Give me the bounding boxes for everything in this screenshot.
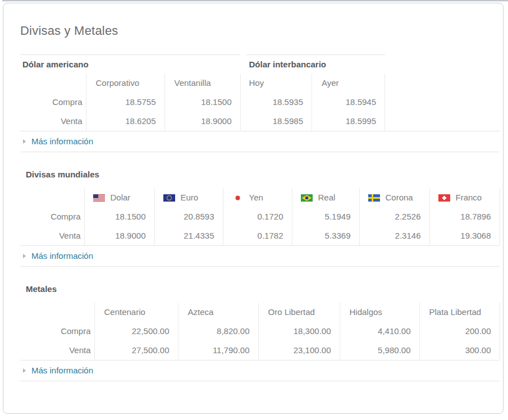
rate-cell: 18.9000 bbox=[164, 112, 240, 131]
arrow-right-icon bbox=[23, 254, 26, 258]
top-divider-bar bbox=[2, 0, 508, 2]
rate-cell: 200.00 bbox=[419, 322, 500, 341]
header-spacer-cell bbox=[20, 188, 84, 207]
column-header-real: Real bbox=[292, 188, 359, 207]
divisas-mundiales-title: Divisas mundiales bbox=[20, 152, 500, 188]
header-spacer-cell bbox=[20, 303, 94, 322]
dolar-section: Dólar americano Corporativo Ventanilla C… bbox=[20, 54, 500, 131]
column-header-centenario: Centenario bbox=[94, 303, 178, 322]
column-header-dolar: Dolar bbox=[84, 188, 154, 207]
rate-cell: 2.3146 bbox=[359, 226, 429, 245]
se-flag-icon bbox=[368, 194, 380, 202]
row-label-venta: Venta bbox=[20, 341, 94, 360]
ch-flag-icon bbox=[438, 194, 450, 202]
compra-row: 18.5935 18.5945 bbox=[246, 93, 385, 112]
column-header-label: Corona bbox=[386, 193, 413, 202]
row-label-compra: Compra bbox=[20, 207, 84, 226]
row-label-compra: Compra bbox=[20, 93, 86, 112]
column-header-ayer: Ayer bbox=[312, 74, 385, 93]
compra-row: Compra 18.1500 20.8593 0.1720 5.1949 2.2… bbox=[20, 207, 500, 226]
compra-row: Compra 22,500.00 8,820.00 18,300.00 4,41… bbox=[20, 322, 500, 341]
rate-cell: 22,500.00 bbox=[94, 322, 178, 341]
metales-table: Metales Centenario Azteca Oro Libertad H… bbox=[20, 267, 500, 360]
compra-row: Compra 18.5755 18.1500 bbox=[20, 93, 240, 112]
row-label-venta: Venta bbox=[20, 112, 86, 131]
venta-row: Venta 27,500.00 11,790.00 23,100.00 5,98… bbox=[20, 341, 500, 360]
column-header-plata-libertad: Plata Libertad bbox=[419, 303, 500, 322]
column-header-euro: Euro bbox=[154, 188, 223, 207]
rate-cell: 18.5995 bbox=[312, 112, 385, 131]
rate-cell: 8,820.00 bbox=[178, 322, 258, 341]
mas-informacion-label: Más información bbox=[31, 366, 93, 375]
arrow-right-icon bbox=[23, 139, 26, 144]
dolar-americano-title: Dólar americano bbox=[20, 55, 240, 74]
column-header-oro-libertad: Oro Libertad bbox=[258, 303, 340, 322]
rate-cell: 18.5945 bbox=[312, 93, 385, 112]
rate-cell: 18,300.00 bbox=[258, 322, 340, 341]
rate-cell: 18.1500 bbox=[164, 93, 240, 112]
column-header-label: Franco bbox=[456, 193, 482, 202]
rate-cell: 23,100.00 bbox=[258, 341, 340, 360]
row-label-venta: Venta bbox=[20, 226, 84, 245]
column-header-franco: Franco bbox=[429, 188, 500, 207]
rate-cell: 18.5935 bbox=[246, 93, 312, 112]
mas-informacion-link-divisas[interactable]: Más información bbox=[20, 245, 500, 267]
rate-cell: 20.8593 bbox=[154, 207, 223, 226]
table-header-row: Dolar Euro Yen Real Corona Franco bbox=[20, 188, 500, 207]
column-header-yen: Yen bbox=[223, 188, 292, 207]
rate-cell: 0.1782 bbox=[223, 226, 292, 245]
column-header-label: Dolar bbox=[111, 193, 131, 202]
rate-cell: 5.3369 bbox=[292, 226, 359, 245]
eu-flag-icon bbox=[163, 194, 175, 202]
mas-informacion-link-dolar[interactable]: Más información bbox=[20, 131, 500, 152]
table-header-row: Hoy Ayer bbox=[246, 74, 385, 93]
header-spacer-cell bbox=[20, 74, 86, 93]
br-flag-icon bbox=[301, 194, 313, 202]
column-header-label: Real bbox=[318, 193, 336, 202]
page-title: Divisas y Metales bbox=[20, 24, 500, 38]
arrow-right-icon bbox=[23, 368, 26, 373]
table-header-row: Centenario Azteca Oro Libertad Hidalgos … bbox=[20, 303, 500, 322]
column-header-label: Euro bbox=[181, 193, 199, 202]
dolar-americano-table: Dólar americano Corporativo Ventanilla C… bbox=[20, 54, 241, 131]
divisas-metales-card: Divisas y Metales Dólar americano Corpor… bbox=[3, 3, 504, 414]
metales-title: Metales bbox=[20, 267, 500, 303]
dolar-interbancario-table: Dólar interbancario Hoy Ayer 18.5935 18.… bbox=[246, 54, 386, 131]
rate-cell: 4,410.00 bbox=[340, 322, 419, 341]
jp-flag-icon bbox=[232, 194, 244, 202]
rate-cell: 2.2526 bbox=[359, 207, 429, 226]
column-header-label: Yen bbox=[249, 193, 263, 202]
rate-cell: 18.7896 bbox=[429, 207, 500, 226]
column-header-corona: Corona bbox=[359, 188, 429, 207]
rate-cell: 18.1500 bbox=[84, 207, 154, 226]
venta-row: Venta 18.9000 21.4335 0.1782 5.3369 2.31… bbox=[20, 226, 500, 245]
venta-row: 18.5985 18.5995 bbox=[246, 112, 385, 131]
row-label-compra: Compra bbox=[20, 322, 94, 341]
rate-cell: 21.4335 bbox=[154, 226, 223, 245]
rate-cell: 11,790.00 bbox=[178, 341, 258, 360]
venta-row: Venta 18.6205 18.9000 bbox=[20, 112, 240, 131]
rate-cell: 18.5985 bbox=[246, 112, 312, 131]
rate-cell: 18.5755 bbox=[86, 93, 164, 112]
mas-informacion-link-metales[interactable]: Más información bbox=[20, 360, 500, 381]
table-header-row: Corporativo Ventanilla bbox=[20, 74, 240, 93]
rate-cell: 5.1949 bbox=[292, 207, 359, 226]
divisas-mundiales-table: Divisas mundiales Dolar Euro Yen Real Co… bbox=[20, 152, 500, 245]
us-flag-icon bbox=[93, 194, 105, 202]
rate-cell: 300.00 bbox=[419, 341, 500, 360]
rate-cell: 0.1720 bbox=[223, 207, 292, 226]
column-header-hidalgos: Hidalgos bbox=[340, 303, 419, 322]
rate-cell: 18.6205 bbox=[86, 112, 164, 131]
column-header-corporativo: Corporativo bbox=[86, 74, 164, 93]
dolar-interbancario-title: Dólar interbancario bbox=[246, 55, 385, 74]
rate-cell: 5,980.00 bbox=[340, 341, 419, 360]
mas-informacion-label: Más información bbox=[31, 251, 93, 261]
column-header-azteca: Azteca bbox=[178, 303, 258, 322]
rate-cell: 19.3068 bbox=[429, 226, 500, 245]
mas-informacion-label: Más información bbox=[31, 136, 93, 146]
column-header-hoy: Hoy bbox=[246, 74, 312, 93]
rate-cell: 27,500.00 bbox=[94, 341, 178, 360]
rate-cell: 18.9000 bbox=[84, 226, 154, 245]
column-header-ventanilla: Ventanilla bbox=[164, 74, 240, 93]
